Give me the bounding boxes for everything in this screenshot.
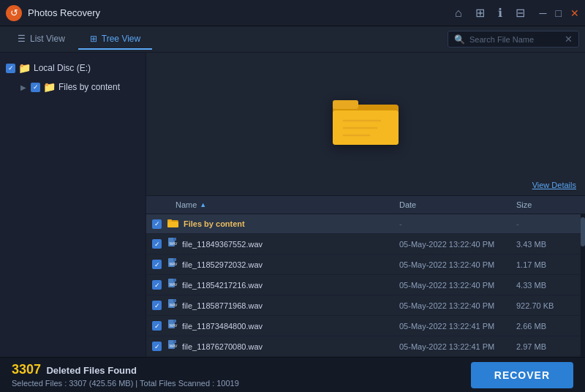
- search-box[interactable]: 🔍 ✕: [448, 31, 579, 48]
- search-icon: 🔍: [454, 34, 465, 45]
- table-row[interactable]: WAVfile_11852972032.wav05-May-2022 13:22…: [146, 255, 581, 275]
- sidebar-item-local-disc[interactable]: 📁 Local Disc (E:): [0, 59, 146, 78]
- row-date: 05-May-2022 13:22:41 PM: [399, 322, 516, 331]
- row-name: file_11854217216.wav: [182, 281, 399, 290]
- file-type-icon: WAV: [167, 279, 178, 291]
- header-date-col[interactable]: Date: [399, 200, 516, 209]
- svg-rect-25: [173, 299, 176, 302]
- deleted-count: 3307: [12, 362, 41, 377]
- scan-icon[interactable]: ⊞: [475, 6, 485, 20]
- row-size: 1.17 MB: [516, 260, 575, 269]
- local-disc-label: Local Disc (E:): [34, 63, 91, 73]
- table-scrollbar[interactable]: [581, 214, 585, 357]
- table-row[interactable]: WAVfile_11876270080.wav05-May-2022 13:22…: [146, 336, 581, 357]
- list-view-label: List View: [30, 34, 65, 44]
- app-logo: ↺: [6, 5, 22, 21]
- svg-rect-13: [173, 238, 176, 241]
- name-col-label: Name: [176, 200, 197, 209]
- row-date: -: [399, 219, 516, 228]
- svg-rect-21: [173, 279, 176, 282]
- close-button[interactable]: ✕: [570, 7, 579, 19]
- status-bar: 3307 Deleted Files Found Selected Files …: [0, 357, 585, 392]
- info-icon[interactable]: ℹ: [498, 6, 502, 20]
- row-date: 05-May-2022 13:22:40 PM: [399, 281, 516, 290]
- row-size: 2.97 MB: [516, 342, 575, 351]
- status-detail: Selected Files : 3307 (425.56 MB) | Tota…: [12, 379, 471, 388]
- file-type-icon: WAV: [167, 340, 178, 353]
- local-disc-folder-icon: 📁: [18, 62, 31, 74]
- row-checkbox[interactable]: [152, 342, 162, 351]
- svg-text:WAV: WAV: [170, 282, 178, 287]
- deleted-label: Deleted Files Found: [46, 365, 137, 376]
- expand-arrow-icon[interactable]: ▶: [20, 83, 26, 91]
- scroll-thumb[interactable]: [581, 217, 585, 246]
- maximize-button[interactable]: □: [556, 7, 562, 19]
- grid-icon[interactable]: ⊟: [516, 6, 525, 20]
- row-size: -: [516, 219, 575, 228]
- file-type-icon: [167, 218, 179, 230]
- deleted-files-summary: 3307 Deleted Files Found: [12, 362, 471, 377]
- recover-button[interactable]: RECOVER: [471, 362, 573, 388]
- files-by-content-checkbox[interactable]: [31, 83, 40, 92]
- row-checkbox[interactable]: [152, 260, 162, 269]
- search-clear-button[interactable]: ✕: [565, 34, 573, 45]
- preview-area: View Details: [146, 53, 585, 195]
- sort-arrow-icon: ▲: [200, 201, 206, 208]
- svg-text:WAV: WAV: [170, 344, 178, 348]
- row-date: 05-May-2022 13:22:41 PM: [399, 342, 516, 351]
- row-checkbox[interactable]: [152, 219, 162, 229]
- file-table-header: Name ▲ Date Size: [146, 196, 585, 214]
- svg-rect-10: [167, 222, 178, 227]
- file-type-icon: WAV: [167, 299, 178, 312]
- search-input[interactable]: [469, 35, 560, 44]
- row-checkbox[interactable]: [152, 280, 162, 290]
- list-view-icon: ☰: [18, 34, 26, 44]
- date-col-label: Date: [399, 200, 416, 209]
- tree-view-label: Tree View: [102, 34, 140, 44]
- tree-view-icon: ⊞: [90, 34, 97, 44]
- row-date: 05-May-2022 13:22:40 PM: [399, 260, 516, 269]
- tab-tree-view[interactable]: ⊞ Tree View: [78, 29, 152, 50]
- window-controls: ─ □ ✕: [540, 7, 579, 19]
- file-table-body: Files by content--WAVfile_11849367552.wa…: [146, 214, 581, 357]
- table-row[interactable]: WAVfile_11849367552.wav05-May-2022 13:22…: [146, 234, 581, 255]
- svg-rect-17: [173, 258, 176, 261]
- svg-text:↺: ↺: [10, 7, 18, 18]
- row-size: 3.43 MB: [516, 240, 575, 249]
- tab-list-view[interactable]: ☰ List View: [6, 29, 77, 50]
- file-table-body-wrapper: Files by content--WAVfile_11849367552.wa…: [146, 214, 585, 357]
- minimize-button[interactable]: ─: [540, 7, 547, 19]
- file-type-icon: WAV: [167, 258, 178, 271]
- row-size: 922.70 KB: [516, 301, 575, 310]
- file-type-icon: WAV: [167, 238, 178, 250]
- row-date: 05-May-2022 13:22:40 PM: [399, 301, 516, 310]
- sidebar-item-files-by-content[interactable]: ▶ 📁 Files by content: [0, 78, 146, 97]
- table-row[interactable]: WAVfile_11858771968.wav05-May-2022 13:22…: [146, 295, 581, 316]
- svg-text:WAV: WAV: [170, 323, 178, 328]
- right-panel: View Details Name ▲ Date Size: [146, 53, 585, 357]
- svg-text:WAV: WAV: [170, 262, 178, 266]
- home-icon[interactable]: ⌂: [455, 7, 462, 20]
- row-name: file_11876270080.wav: [182, 342, 399, 351]
- row-checkbox[interactable]: [152, 239, 162, 249]
- table-row[interactable]: Files by content--: [146, 214, 581, 234]
- files-by-content-label: Files by content: [58, 82, 120, 92]
- header-size-col[interactable]: Size: [516, 200, 575, 209]
- local-disc-checkbox[interactable]: [6, 64, 15, 73]
- table-row[interactable]: WAVfile_11873484800.wav05-May-2022 13:22…: [146, 316, 581, 336]
- svg-rect-3: [333, 100, 358, 109]
- folder-preview-icon: [329, 90, 402, 158]
- row-size: 4.33 MB: [516, 281, 575, 290]
- row-name: file_11873484800.wav: [182, 322, 399, 331]
- file-type-icon: WAV: [167, 320, 178, 332]
- row-checkbox[interactable]: [152, 301, 162, 310]
- header-name-col[interactable]: Name ▲: [176, 200, 399, 209]
- view-details-link[interactable]: View Details: [532, 181, 576, 189]
- row-date: 05-May-2022 13:22:40 PM: [399, 240, 516, 249]
- row-name: Files by content: [184, 219, 399, 228]
- view-tabs: ☰ List View ⊞ Tree View 🔍 ✕: [0, 26, 585, 53]
- main-content: 📁 Local Disc (E:) ▶ 📁 Files by content: [0, 53, 585, 357]
- row-checkbox[interactable]: [152, 321, 162, 331]
- svg-text:WAV: WAV: [170, 241, 178, 246]
- table-row[interactable]: WAVfile_11854217216.wav05-May-2022 13:22…: [146, 275, 581, 295]
